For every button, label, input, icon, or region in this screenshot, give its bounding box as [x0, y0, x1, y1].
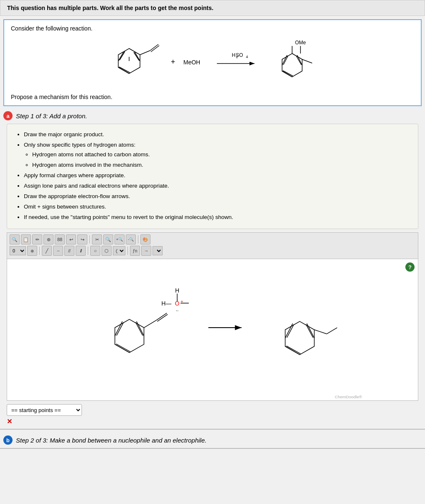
step2-header: b Step 2 of 3: Make a bond between a nuc… — [3, 435, 422, 445]
tool-zoom-out[interactable]: -🔍 — [126, 234, 136, 244]
tool-add-atom[interactable]: ⊕ — [27, 246, 37, 256]
tool-select[interactable]: 🔍 — [10, 234, 20, 244]
tool-atom[interactable]: ⊛ — [43, 234, 53, 244]
svg-line-10 — [119, 67, 130, 73]
svg-line-40 — [137, 322, 144, 336]
svg-text:4: 4 — [246, 55, 248, 59]
plus-sign: + — [171, 58, 175, 66]
tool-redo[interactable]: ↪ — [77, 234, 87, 244]
toolbar-sep-5 — [127, 247, 128, 255]
question-box: Consider the following reaction. — [3, 19, 422, 106]
chemdoodle-canvas[interactable]: ? H H— O + ·· — [7, 259, 418, 401]
proton-molecule: H H— O + ·· — [161, 287, 189, 314]
toolbar-sep-4 — [88, 247, 88, 255]
tool-single-bond[interactable]: ╱ — [42, 246, 52, 256]
reaction-svg: + MeOH H 2 SO 4 OMe — [96, 32, 330, 90]
bottom-divider-2 — [0, 448, 425, 449]
svg-line-55 — [327, 328, 337, 334]
svg-marker-47 — [285, 322, 314, 355]
styrene-canvas — [115, 313, 168, 353]
svg-line-11 — [140, 51, 150, 55]
svg-line-22 — [297, 55, 302, 65]
svg-line-48 — [285, 324, 293, 339]
toolbar-sep-3 — [39, 247, 40, 255]
toolbar-sep-1 — [89, 235, 90, 244]
svg-line-25 — [283, 71, 293, 76]
instruction-5: Draw the appropriate electron-flow arrow… — [24, 192, 410, 201]
svg-line-9 — [118, 67, 129, 74]
step1-title: Step 1 of 3: Add a proton. — [16, 112, 87, 120]
svg-line-42 — [115, 344, 130, 353]
instruction-4: Assign lone pairs and radical electrons … — [24, 181, 410, 191]
instruction-3: Apply formal charges where appropriate. — [24, 171, 410, 181]
tool-copy[interactable]: 📋 — [21, 234, 31, 244]
step1-header: a Step 1 of 3: Add a proton. — [3, 111, 422, 120]
clear-button[interactable]: ✕ — [7, 417, 418, 425]
canvas-svg: H H— O + ·· — [7, 259, 418, 400]
tool-color[interactable]: 🎨 — [140, 234, 150, 244]
svg-line-46 — [157, 315, 168, 322]
instruction-6: Omit + signs between structures. — [24, 202, 410, 212]
tool-edit[interactable]: ✏ — [32, 234, 42, 244]
svg-text:H—: H— — [161, 300, 171, 307]
tool-zoom-in[interactable]: +🔍 — [115, 234, 125, 244]
starting-points-row: == starting points == — [7, 404, 418, 416]
product-canvas — [285, 322, 337, 355]
svg-line-51 — [306, 325, 313, 338]
bottom-divider — [0, 429, 425, 430]
ome-label: OMe — [295, 40, 305, 46]
meoh-label: MeOH — [183, 59, 200, 66]
reaction-equation: + MeOH H 2 SO 4 OMe — [11, 32, 414, 90]
svg-line-39 — [117, 323, 124, 336]
svg-line-44 — [144, 321, 156, 328]
svg-marker-37 — [115, 320, 144, 353]
svg-line-50 — [307, 324, 314, 339]
svg-text:O: O — [175, 300, 180, 307]
tool-cut[interactable]: ✂ — [92, 234, 102, 244]
catalyst-label: H — [232, 52, 235, 58]
svg-marker-19 — [282, 53, 302, 77]
instruction-2: Only show specific types of hydrogen ato… — [24, 140, 410, 170]
svg-text:··: ·· — [176, 308, 179, 314]
watermark-text: ChemDoodle® — [335, 395, 362, 399]
svg-line-54 — [314, 330, 327, 334]
step2-badge: b — [3, 435, 13, 445]
svg-line-24 — [282, 71, 292, 77]
starting-points-select[interactable]: == starting points == — [7, 404, 82, 416]
tool-double-bond[interactable]: // — [64, 246, 74, 256]
step2-title: Step 2 of 3: Make a bond between a nucle… — [16, 437, 206, 444]
svg-line-41 — [136, 323, 143, 336]
tool-query[interactable]: 🔍 — [103, 234, 113, 244]
svg-line-38 — [115, 322, 122, 336]
shape-select[interactable]: ◯ — [113, 246, 125, 255]
svg-line-45 — [156, 313, 167, 321]
svg-line-53 — [286, 346, 300, 354]
tool-fn[interactable]: ƒn — [130, 246, 140, 256]
arrow-select[interactable]: ▾ — [153, 246, 163, 255]
tool-dot-bond[interactable]: ··· — [53, 246, 63, 256]
tool-arrow[interactable]: → — [141, 246, 151, 256]
toolbar-sep-2 — [138, 235, 138, 244]
step1-badge: a — [3, 111, 13, 120]
tool-triple-bond[interactable]: /// — [76, 246, 86, 256]
charge-select[interactable]: 0 +1 -1 — [10, 246, 26, 255]
question-intro: Consider the following reaction. — [11, 25, 414, 32]
instructions-box: Draw the major organic product. Only sho… — [7, 124, 418, 229]
svg-text:H: H — [175, 287, 179, 294]
toolbar-row-1: 🔍 📋 ✏ ⊛ 88 ↩ ↪ ✂ 🔍 +🔍 -🔍 🎨 — [10, 234, 415, 244]
toolbar-row-2: 0 +1 -1 ⊕ ╱ ··· // /// ○ ⬡ ◯ ƒn → ▾ — [10, 246, 415, 256]
sub-instruction-2: Hydrogen atoms involved in the mechanism… — [32, 160, 410, 170]
tool-ring[interactable]: 88 — [55, 234, 65, 244]
svg-line-52 — [285, 346, 300, 355]
sub-instruction-1: Hydrogen atoms not attached to carbon at… — [32, 150, 410, 160]
tool-circle[interactable]: ○ — [90, 246, 100, 256]
instruction-1: Draw the major organic product. — [24, 130, 410, 140]
svg-line-20 — [282, 55, 287, 65]
svg-line-27 — [302, 59, 312, 63]
tool-lasso[interactable]: ↩ — [66, 234, 76, 244]
tool-hexagon[interactable]: ⬡ — [102, 246, 112, 256]
toolbar: 🔍 📋 ✏ ⊛ 88 ↩ ↪ ✂ 🔍 +🔍 -🔍 🎨 0 +1 -1 ⊕ ╱ ·… — [7, 232, 418, 259]
svg-text:SO: SO — [236, 52, 243, 58]
svg-line-43 — [116, 344, 130, 352]
instruction-7: If needed, use the "starting points" men… — [24, 213, 410, 222]
